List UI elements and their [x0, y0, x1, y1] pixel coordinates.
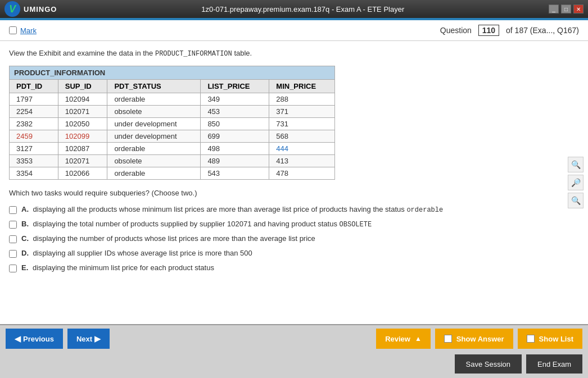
- show-answer-checkbox-icon: [444, 335, 452, 343]
- table-cell: 3127: [10, 143, 58, 155]
- table-cell: 444: [269, 143, 335, 155]
- review-button[interactable]: Review ▲: [376, 329, 431, 349]
- answer-options: A. displaying all the products whose min…: [9, 205, 579, 272]
- search-icon-button[interactable]: 🔍: [568, 157, 584, 172]
- answer-option-e: E. displaying the minimum list price for…: [9, 263, 579, 272]
- end-exam-button[interactable]: End Exam: [526, 354, 582, 374]
- close-button[interactable]: ✕: [573, 4, 584, 13]
- table-cell: 413: [269, 155, 335, 167]
- answer-option-d: D. displaying all supplier IDs whose ave…: [9, 249, 579, 258]
- table-cell: 2254: [10, 106, 58, 118]
- table-cell: 699: [201, 130, 269, 143]
- table-cell: 3353: [10, 155, 58, 167]
- save-session-button[interactable]: Save Session: [455, 354, 522, 374]
- option-label-d: D. displaying all supplier IDs whose ave…: [21, 249, 252, 257]
- table-cell: 288: [269, 93, 335, 106]
- zoom-in-icon-button[interactable]: 🔎: [568, 175, 584, 190]
- table-cell: 102094: [58, 93, 107, 106]
- next-arrow-icon: ▶: [94, 334, 101, 343]
- window-title: 1z0-071.prepaway.premium.exam.187q - Exa…: [201, 5, 404, 13]
- table-cell: 2382: [10, 118, 58, 130]
- option-label-b: B. displaying the total number of produc…: [21, 220, 372, 229]
- table-cell: 498: [201, 143, 269, 155]
- maximize-button[interactable]: □: [561, 4, 571, 13]
- product-information-table: PRODUCT_INFORMATION PDT_ID SUP_ID PDT_ST…: [9, 66, 335, 180]
- table-cell: 2459: [10, 130, 58, 143]
- table-cell: 731: [269, 118, 335, 130]
- table-cell: 371: [269, 106, 335, 118]
- mark-checkbox[interactable]: [9, 26, 17, 34]
- col-list-price: LIST_PRICE: [201, 80, 269, 93]
- table-cell: 478: [269, 167, 335, 180]
- table-row: 2382102050under development850731: [10, 118, 335, 130]
- option-code: OBSOLETE: [340, 221, 372, 229]
- logo-text: UMINGO: [24, 5, 57, 13]
- col-sup-id: SUP_ID: [58, 80, 107, 93]
- table-cell: 850: [201, 118, 269, 130]
- show-list-button[interactable]: Show List: [518, 329, 582, 349]
- window-controls: _ □ ✕: [549, 4, 584, 13]
- option-text: displaying all the products whose minimu…: [31, 205, 406, 213]
- question-intro: View the Exhibit and examine the data in…: [9, 48, 579, 59]
- table-cell: orderable: [107, 93, 201, 106]
- table-cell: 102066: [58, 167, 107, 180]
- nav-row-1: ◀ Previous Next ▶ Review ▲ Show Answer S…: [0, 325, 588, 352]
- prev-arrow-icon: ◀: [15, 334, 21, 343]
- table-cell: orderable: [107, 167, 201, 180]
- main-content: View the Exhibit and examine the data in…: [0, 41, 588, 324]
- answer-option-a: A. displaying all the products whose min…: [9, 205, 579, 214]
- table-cell: 3354: [10, 167, 58, 180]
- option-letter: E.: [21, 263, 28, 272]
- option-label-e: E. displaying the minimum list price for…: [21, 263, 214, 272]
- zoom-out-icon-button[interactable]: 🔍: [568, 193, 584, 208]
- col-min-price: MIN_PRICE: [269, 80, 335, 93]
- option-letter: C.: [21, 234, 29, 243]
- table-cell: 102071: [58, 155, 107, 167]
- table-cell: 453: [201, 106, 269, 118]
- col-pdt-status: PDT_STATUS: [107, 80, 201, 93]
- option-letter: A.: [21, 205, 29, 213]
- option-letter: B.: [21, 220, 29, 228]
- table-cell: under development: [107, 130, 201, 143]
- option-text: displaying the number of products whose …: [31, 234, 315, 243]
- nav-row-2: Save Session End Exam: [0, 352, 588, 378]
- table-cell: obsolete: [107, 155, 201, 167]
- table-cell: 102050: [58, 118, 107, 130]
- logo: V UMINGO: [4, 1, 57, 17]
- table-row: 1797102094orderable349288: [10, 93, 335, 106]
- table-row: 2254102071obsolete453371: [10, 106, 335, 118]
- option-text: displaying all supplier IDs whose averag…: [31, 249, 252, 257]
- subquery-question: Which two tasks would require subqueries…: [9, 189, 579, 197]
- next-button[interactable]: Next ▶: [67, 329, 110, 349]
- table-row: 3354102066orderable543478: [10, 167, 335, 180]
- previous-button[interactable]: ◀ Previous: [6, 329, 63, 349]
- table-cell: 349: [201, 93, 269, 106]
- option-text: displaying the total number of products …: [31, 220, 340, 228]
- sidebar-icons: 🔍 🔎 🔍: [568, 157, 584, 208]
- table-cell: obsolete: [107, 106, 201, 118]
- option-checkbox-a[interactable]: [9, 206, 17, 214]
- table-cell: 102099: [58, 130, 107, 143]
- minimize-button[interactable]: _: [549, 4, 559, 13]
- answer-option-c: C. displaying the number of products who…: [9, 234, 579, 243]
- review-arrow-icon: ▲: [415, 335, 422, 343]
- option-label-c: C. displaying the number of products who…: [21, 234, 315, 243]
- table-cell: 1797: [10, 93, 58, 106]
- option-checkbox-d[interactable]: [9, 250, 17, 258]
- table-cell: 102087: [58, 143, 107, 155]
- mark-label[interactable]: Mark: [9, 26, 37, 35]
- table-cell: 568: [269, 130, 335, 143]
- option-checkbox-b[interactable]: [9, 221, 17, 229]
- question-number-display: Question 110 of 187 (Exa..., Q167): [440, 25, 579, 36]
- option-checkbox-e[interactable]: [9, 265, 17, 272]
- option-checkbox-c[interactable]: [9, 235, 17, 243]
- table-row: 3127102087orderable498444: [10, 143, 335, 155]
- table-row: 3353102071obsolete489413: [10, 155, 335, 167]
- bottom-nav: ◀ Previous Next ▶ Review ▲ Show Answer S…: [0, 324, 588, 378]
- col-pdt-id: PDT_ID: [10, 80, 58, 93]
- option-label-a: A. displaying all the products whose min…: [21, 205, 443, 214]
- question-header: Mark Question 110 of 187 (Exa..., Q167): [0, 20, 588, 41]
- answer-option-b: B. displaying the total number of produc…: [9, 220, 579, 229]
- table-cell: 102071: [58, 106, 107, 118]
- show-answer-button[interactable]: Show Answer: [435, 329, 513, 349]
